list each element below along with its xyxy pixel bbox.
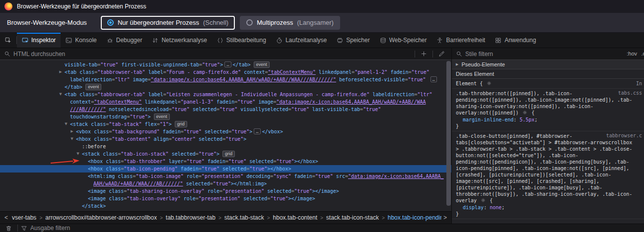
tool-tab-netzwerkanalyse[interactable]: Netzwerkanalyse bbox=[147, 33, 212, 48]
badge-event[interactable]: event bbox=[85, 84, 101, 90]
breadcrumb-item[interactable]: hbox.tab-content bbox=[271, 214, 319, 221]
radio-icon[interactable] bbox=[107, 19, 114, 26]
attribute-name: context bbox=[244, 69, 265, 75]
attribute-value-link[interactable]: ///AB//////" bbox=[70, 107, 106, 112]
attribute-name: linkedpanel bbox=[319, 69, 352, 75]
breadcrumb-item[interactable]: hbox.tab-icon-pending bbox=[386, 214, 441, 221]
markup-scrollbar[interactable] bbox=[446, 61, 451, 210]
tool-tab-web-speicher[interactable]: Web-Speicher bbox=[375, 33, 432, 48]
twisty-icon[interactable]: ▶ bbox=[58, 68, 64, 76]
class-panel-toggle[interactable]: .cls bbox=[642, 51, 644, 57]
markup-line[interactable]: visible-tab="true" first-visible-unpinne… bbox=[0, 61, 451, 68]
tool-tab-anwendung[interactable]: Anwendung bbox=[490, 33, 541, 48]
toolbar-tabs: InspektorKonsoleDebuggerNetzwerkanalyseS… bbox=[17, 33, 541, 48]
twisty-icon[interactable]: ▼ bbox=[69, 135, 75, 143]
breadcrumb-scroll-left-button[interactable]: < bbox=[2, 214, 10, 221]
markup-line[interactable]: touchdownstartsdrag="true">event bbox=[0, 113, 451, 120]
twisty-icon[interactable]: ▼ bbox=[75, 150, 81, 158]
tool-tab-debugger[interactable]: Debugger bbox=[102, 33, 147, 48]
attribute-value: "true" bbox=[408, 77, 426, 82]
markup-line[interactable]: </tab>event bbox=[0, 83, 451, 91]
breadcrumb-item[interactable]: stack.tab-stack bbox=[222, 214, 266, 221]
mode-option-1[interactable]: Multiprozess(Langsamer) bbox=[240, 16, 340, 30]
badge-event[interactable]: event bbox=[154, 114, 170, 120]
badge-event[interactable]: event bbox=[254, 61, 270, 68]
markup-line[interactable]: ///AB//////" notselectedsinceload="true"… bbox=[0, 106, 451, 113]
markup-line[interactable]: <image class="tab-icon-overlay" role="pr… bbox=[0, 195, 451, 202]
markup-line[interactable]: <html:img class="tab-icon-image" role="p… bbox=[0, 173, 451, 180]
markup-line[interactable]: ▶<vbox class="tab-background" fadein="tr… bbox=[0, 128, 451, 135]
markup-line[interactable]: ▼<hbox class="tab-content" align="center… bbox=[0, 135, 451, 143]
attribute-value-link[interactable]: "tabContextMenu" bbox=[268, 69, 316, 75]
markup-line[interactable]: ▶<tab class="tabbrowser-tab" label="Foru… bbox=[0, 68, 451, 76]
node-picker-button[interactable] bbox=[0, 33, 16, 48]
markup-line[interactable]: ▼<stack class="tab-icon-stack" selected=… bbox=[0, 150, 451, 158]
attribute-value-link[interactable]: "data:image/x-icon;base64,AAABA_AAH/wAAD… bbox=[277, 99, 426, 105]
stylesheet-source-link[interactable]: tabs.css bbox=[616, 90, 642, 96]
attribute-value-link[interactable]: "data:image/x-icon;base64,AAABA_AAH/wAAD… bbox=[151, 77, 336, 82]
markup-line[interactable]: <image class="tab-sharing-icon-overlay" … bbox=[0, 187, 451, 195]
eyedropper-button[interactable] bbox=[436, 51, 447, 57]
markup-search-input[interactable]: HTML durchsuchen bbox=[13, 51, 412, 58]
gear-icon[interactable] bbox=[522, 110, 527, 116]
attribute-value-link[interactable]: "tabContextMenu" bbox=[94, 99, 142, 105]
markup-line[interactable]: ▼<stack class="tab-stack" flex="1">grid bbox=[0, 120, 451, 128]
css-declaration[interactable]: margin-inline-end: 5.5px; bbox=[456, 116, 640, 123]
css-declaration[interactable]: display: none; bbox=[456, 204, 640, 211]
gear-icon[interactable] bbox=[487, 81, 492, 86]
markup-line[interactable]: </stack> bbox=[0, 202, 451, 210]
markup-token: </ bbox=[233, 62, 239, 67]
stylesheet-source-link[interactable]: tabbrowser.c bbox=[604, 133, 642, 138]
twisty-icon[interactable]: ▼ bbox=[63, 120, 69, 128]
badge-grid[interactable]: grid bbox=[222, 151, 235, 157]
pseudo-elements-header[interactable]: ▶ Pseudo-Elemente bbox=[452, 60, 644, 69]
attribute-value: "panel-1-3" bbox=[181, 99, 214, 105]
breadcrumb-item[interactable]: arrowscrollbox#tabbrowser-arrowscrollbox bbox=[43, 214, 159, 221]
attribute-value: "tab-background" bbox=[112, 129, 159, 134]
markup-line[interactable]: <hbox class="tab-throbber" layer="true" … bbox=[0, 158, 451, 165]
attribute-name: first-visible-unpinned-tab bbox=[121, 62, 199, 67]
attribute-value-link[interactable]: "data:image/x-icon;base64,AAABA_ bbox=[348, 174, 444, 179]
gear-icon[interactable] bbox=[481, 198, 486, 204]
add-node-button[interactable] bbox=[418, 51, 429, 57]
element-inline-rule[interactable]: Element { In bbox=[452, 79, 644, 89]
twisty-icon[interactable]: ▼ bbox=[58, 91, 64, 98]
markup-line[interactable]: labeldirection="ltr" image="data:image/x… bbox=[0, 76, 451, 83]
markup-line[interactable]: context="tabContextMenu" linkedpanel="pa… bbox=[0, 98, 451, 106]
mode-bar-label: Browser-Werkzeuge-Modus bbox=[7, 19, 87, 26]
attribute-value: "tab-content" bbox=[112, 136, 150, 142]
breadcrumb-item[interactable]: vser-tabs bbox=[10, 214, 38, 221]
stylesheet-source-link[interactable]: In bbox=[634, 80, 642, 87]
tool-tab-barrierefreiheit[interactable]: Barrierefreiheit bbox=[431, 33, 490, 48]
twisty-icon[interactable]: ▶ bbox=[69, 128, 75, 135]
tool-tab-laufzeitanalyse[interactable]: Laufzeitanalyse bbox=[271, 33, 332, 48]
markup-line[interactable]: ▼<tab class="tabbrowser-tab" label="Leis… bbox=[0, 91, 451, 98]
badge-grid[interactable]: grid bbox=[175, 121, 187, 127]
scrollbar-thumb[interactable] bbox=[446, 61, 451, 206]
tool-tab-speicher[interactable]: Speicher bbox=[332, 33, 374, 48]
breadcrumb-scroll-right-button[interactable]: > bbox=[441, 214, 449, 221]
ellipsis-expander[interactable]: … bbox=[224, 61, 231, 67]
breadcrumb-item[interactable]: stack.tab-icon-stack bbox=[324, 214, 381, 221]
breadcrumb-item[interactable]: tab.tabbrowser-tab bbox=[164, 214, 217, 221]
mode-option-0[interactable]: Nur übergeordneter Prozess(Schnell) bbox=[101, 16, 235, 30]
console-filter-input[interactable]: Ausgabe filtern bbox=[30, 225, 70, 232]
rule-selector: .tab-throbber:not([pinned]), .tab-icon-p… bbox=[456, 90, 640, 116]
markup-line[interactable]: ::before bbox=[0, 143, 451, 150]
tool-tab-konsole[interactable]: Konsole bbox=[61, 33, 101, 48]
clear-console-button[interactable] bbox=[3, 225, 14, 232]
mode-option-label: Multiprozess bbox=[257, 19, 293, 26]
tool-tab-stilbearbeitung[interactable]: Stilbearbeitung bbox=[212, 33, 271, 48]
markup-code: ::before bbox=[82, 144, 106, 149]
markup-line[interactable]: <hbox class="tab-icon-pending" fadein="t… bbox=[0, 165, 451, 173]
attribute-name: align bbox=[154, 136, 169, 142]
attribute-value: "tab-stack" bbox=[109, 121, 142, 127]
markup-line[interactable]: AAH/wAAD/+AAB//WAA///AB//////" selected=… bbox=[0, 180, 451, 187]
tool-tab-inspektor[interactable]: Inspektor bbox=[17, 33, 61, 48]
ellipsis-expander[interactable]: … bbox=[430, 76, 437, 82]
pseudo-class-panel-toggle[interactable]: :hov bbox=[627, 51, 637, 57]
rules-filter-input[interactable]: Stile filtern bbox=[465, 51, 640, 58]
radio-icon[interactable] bbox=[246, 19, 253, 26]
attribute-value-link[interactable]: AAH/wAAD/+AAB//WAA///AB//////" bbox=[93, 181, 183, 186]
ellipsis-expander[interactable]: … bbox=[254, 128, 260, 134]
